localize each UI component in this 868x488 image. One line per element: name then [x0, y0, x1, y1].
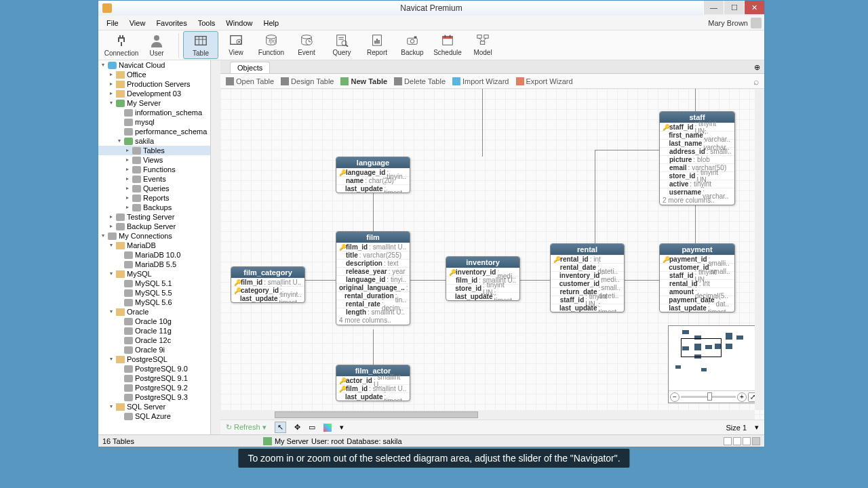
refresh-button[interactable]: ↻ Refresh ▾ [226, 423, 267, 432]
tree-node-oracle-11g[interactable]: Oracle 11g [98, 326, 210, 336]
tree-node-sql-azure[interactable]: SQL Azure [98, 411, 210, 421]
select-tool[interactable]: ▭ [309, 423, 315, 432]
entity-column[interactable]: last_update: timest.. [336, 184, 410, 192]
maximize-button[interactable]: ☐ [724, 1, 744, 14]
close-button[interactable]: ✕ [744, 1, 764, 14]
tree-node-postgresql-9.3[interactable]: PostgreSQL 9.3 [98, 392, 210, 402]
entity-column[interactable]: last_update: timest.. [336, 392, 410, 401]
tree-node-postgresql-9.0[interactable]: PostgreSQL 9.0 [98, 364, 210, 373]
menu-favorites[interactable]: Favorites [151, 18, 192, 28]
entity-column[interactable]: store_id: tinyint UN.. [660, 171, 734, 180]
tree-node-backup-server[interactable]: ▸Backup Server [98, 222, 210, 231]
entity-column[interactable]: address_id: smalli.. [660, 147, 734, 155]
horizontal-scrollbar[interactable] [220, 410, 755, 420]
tree-node-oracle-9i[interactable]: Oracle 9i [98, 345, 210, 354]
entity-column[interactable]: staff_id: tinyint UN.. [660, 271, 734, 279]
entity-column[interactable]: title: varchar(255) [336, 251, 410, 259]
toolbar-model[interactable]: Model [465, 31, 500, 59]
entity-column[interactable]: username: varchar.. [660, 188, 734, 196]
entity-film_actor[interactable]: film_actor🔑actor_id: smallint U..🔑film_i… [336, 365, 410, 401]
entity-column[interactable]: 🔑language_id: tinyin.. [336, 168, 410, 176]
tree-node-mysql-5.6[interactable]: MySQL 5.6 [98, 298, 210, 307]
search-icon[interactable]: ⌕ [753, 76, 759, 87]
tree-node-my-connections[interactable]: ▾My Connections [98, 231, 210, 241]
design-table-action[interactable]: Design Table [281, 77, 334, 85]
tree-node-mysql[interactable]: mysql [98, 117, 210, 127]
tree-node-oracle[interactable]: ▾Oracle [98, 307, 210, 317]
tree-node-views[interactable]: ▸Views [98, 155, 210, 165]
entity-column[interactable]: description: text [336, 259, 410, 267]
menu-view[interactable]: View [124, 18, 151, 28]
dropdown-arrow[interactable]: ▾ [340, 423, 344, 432]
entity-more[interactable]: 4 more columns.. [336, 316, 410, 325]
new-tab-icon[interactable]: ⊕ [750, 62, 764, 73]
diagram-canvas[interactable]: language🔑language_id: tinyin..name: char… [220, 89, 764, 420]
tree-node-backups[interactable]: ▸Backups [98, 203, 210, 212]
tree-node-tables[interactable]: ▸Tables [98, 146, 210, 155]
tree-node-mysql-5.1[interactable]: MySQL 5.1 [98, 279, 210, 288]
entity-column[interactable]: picture: blob [660, 155, 734, 163]
delete-table-action[interactable]: Delete Table [394, 77, 446, 85]
tab-objects[interactable]: Objects [230, 62, 270, 73]
toolbar-function[interactable]: f(x)Function [254, 31, 289, 59]
open-table-action[interactable]: Open Table [226, 77, 274, 85]
color-tool[interactable] [323, 424, 332, 432]
toolbar-connection[interactable]: Connection [104, 32, 139, 58]
size-label[interactable]: Size 1 [726, 424, 747, 432]
entity-rental[interactable]: rental🔑rental_id: intrental_date: dateti… [550, 243, 625, 312]
tree-node-mariadb-10.0[interactable]: MariaDB 10.0 [98, 250, 210, 260]
entity-film[interactable]: film🔑film_id: smallint U..title: varchar… [336, 231, 410, 325]
entity-column[interactable]: last_update: timest.. [551, 304, 624, 312]
pointer-tool[interactable]: ↖ [275, 422, 286, 433]
user-name[interactable]: Mary Brown [708, 19, 751, 27]
view-er-icon[interactable] [752, 437, 760, 445]
toolbar-query[interactable]: Query [324, 31, 359, 59]
entity-column[interactable]: rental_rate: decim.. [336, 300, 410, 308]
entity-column[interactable]: 🔑actor_id: smallint U.. [336, 376, 410, 384]
user-avatar-icon[interactable] [751, 18, 762, 28]
minimap-viewport[interactable] [681, 338, 722, 357]
vertical-scrollbar[interactable] [755, 89, 764, 410]
tree-node-postgresql[interactable]: ▾PostgreSQL [98, 354, 210, 364]
tree-node-events[interactable]: ▸Events [98, 174, 210, 184]
zoom-out-button[interactable]: − [670, 392, 679, 402]
sidebar[interactable]: ▾Navicat Cloud▸Office▸Production Servers… [98, 60, 211, 434]
zoom-slider-track[interactable] [681, 396, 736, 398]
tree-node-development-03[interactable]: ▸Development 03 [98, 89, 210, 98]
tree-node-sql-server[interactable]: ▾SQL Server [98, 402, 210, 411]
view-grid-icon[interactable] [743, 437, 751, 445]
tree-node-reports[interactable]: ▸Reports [98, 193, 210, 203]
tree-node-testing-server[interactable]: ▸Testing Server [98, 212, 210, 222]
minimap-view[interactable] [669, 326, 759, 390]
toolbar-user[interactable]: User [139, 32, 174, 58]
tree-node-my-server[interactable]: ▾My Server [98, 98, 210, 108]
tree-node-mariadb-5.5[interactable]: MariaDB 5.5 [98, 260, 210, 269]
menu-tools[interactable]: Tools [193, 18, 221, 28]
entity-column[interactable]: 🔑inventory_id: medi.. [446, 268, 519, 276]
move-tool[interactable]: ✥ [294, 423, 300, 432]
entity-column[interactable]: language_id: tinyi.. [336, 275, 410, 283]
menu-window[interactable]: Window [220, 18, 258, 28]
entity-film_category[interactable]: film_category🔑film_id: smallint U..🔑cate… [231, 266, 305, 303]
zoom-slider-thumb[interactable] [707, 392, 712, 401]
tree-node-navicat-cloud[interactable]: ▾Navicat Cloud [98, 60, 210, 70]
entity-column[interactable]: release_year: year [336, 267, 410, 275]
tree-node-queries[interactable]: ▸Queries [98, 184, 210, 193]
entity-column[interactable]: length: smallint U.. [336, 308, 410, 316]
toolbar-event[interactable]: Event [289, 31, 324, 59]
tree-node-mysql-5.5[interactable]: MySQL 5.5 [98, 288, 210, 298]
import-wizard-action[interactable]: Import Wizard [452, 77, 509, 85]
new-table-action[interactable]: New Table [340, 77, 387, 85]
toolbar-table[interactable]: Table [183, 31, 218, 59]
toolbar-view[interactable]: View [218, 31, 254, 59]
minimize-button[interactable]: — [703, 1, 724, 14]
entity-payment[interactable]: payment🔑payment_id: smalli..customer_id:… [659, 243, 735, 312]
entity-staff[interactable]: staff🔑staff_id: tinyint UN..first_name: … [659, 111, 735, 205]
tree-node-sakila[interactable]: ▾sakila [98, 136, 210, 146]
toolbar-schedule[interactable]: Schedule [430, 31, 465, 59]
tree-node-performance_schema[interactable]: performance_schema [98, 127, 210, 136]
menu-help[interactable]: Help [258, 18, 284, 28]
view-detail-icon[interactable] [733, 437, 741, 445]
entity-column[interactable]: 🔑film_id: smallint U.. [336, 243, 410, 251]
entity-column[interactable]: last_update: timest.. [660, 304, 734, 312]
